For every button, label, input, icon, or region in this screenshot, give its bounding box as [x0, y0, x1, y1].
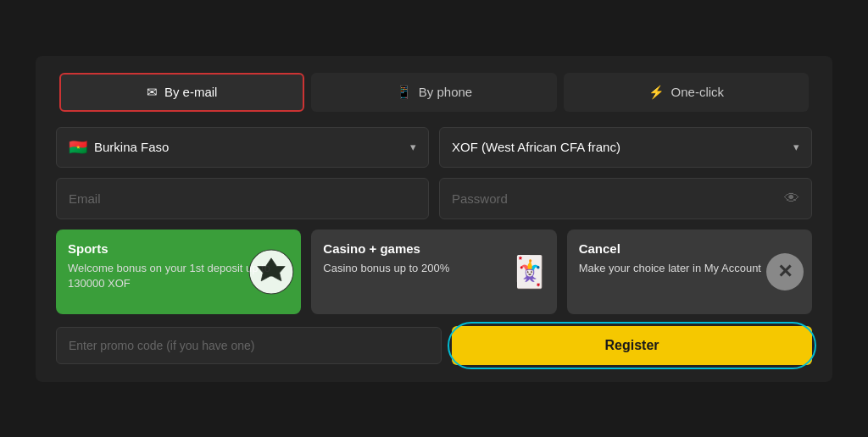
tab-email-label: By e-mail — [164, 85, 218, 99]
tab-phone-label: By phone — [419, 85, 472, 99]
email-icon: ✉ — [147, 85, 158, 100]
tab-row: ✉ By e-mail 📱 By phone ⚡ One-click — [56, 73, 812, 112]
country-flag: 🇧🇫 — [69, 138, 87, 157]
register-button[interactable]: Register — [452, 326, 812, 365]
cancel-bonus-title: Cancel — [579, 241, 800, 256]
email-field-wrap — [56, 178, 429, 219]
register-button-wrap: Register — [452, 326, 812, 365]
tab-phone[interactable]: 📱 By phone — [311, 73, 556, 112]
password-input[interactable] — [452, 191, 784, 206]
toggle-password-icon[interactable]: 👁 — [784, 190, 799, 207]
svg-point-2 — [267, 267, 276, 276]
bonus-card-cancel[interactable]: Cancel Make your choice later in My Acco… — [567, 230, 812, 314]
currency-dropdown[interactable]: XOF (West African CFA franc) ▾ — [439, 127, 812, 168]
bonus-card-casino[interactable]: Casino + games Casino bonus up to 200% 🃏 — [311, 230, 556, 314]
chevron-down-icon-currency: ▾ — [793, 141, 799, 153]
soccer-ball-icon — [248, 249, 294, 295]
registration-modal: ✉ By e-mail 📱 By phone ⚡ One-click 🇧🇫 Bu… — [36, 56, 832, 382]
lightning-icon: ⚡ — [648, 85, 665, 100]
chevron-down-icon: ▾ — [410, 141, 416, 153]
email-input[interactable] — [69, 191, 416, 206]
country-currency-row: 🇧🇫 Burkina Faso ▾ XOF (West African CFA … — [56, 127, 812, 168]
email-password-row: 👁 — [56, 178, 812, 219]
country-dropdown[interactable]: 🇧🇫 Burkina Faso ▾ — [56, 127, 429, 168]
country-label: Burkina Faso — [94, 140, 169, 154]
phone-icon: 📱 — [396, 85, 412, 100]
x-cancel-icon: ✕ — [766, 253, 804, 290]
promo-code-input[interactable] — [56, 327, 442, 364]
tab-oneclick-label: One-click — [671, 85, 725, 99]
bonus-card-sports[interactable]: Sports Welcome bonus on your 1st deposit… — [56, 230, 301, 314]
tab-oneclick[interactable]: ⚡ One-click — [564, 73, 809, 112]
cards-icon: 🃏 — [510, 254, 548, 290]
currency-label: XOF (West African CFA franc) — [452, 140, 620, 154]
bonus-row: Sports Welcome bonus on your 1st deposit… — [56, 230, 812, 314]
password-field-wrap: 👁 — [439, 178, 812, 219]
bottom-row: Register — [56, 326, 812, 365]
tab-email[interactable]: ✉ By e-mail — [59, 73, 304, 112]
